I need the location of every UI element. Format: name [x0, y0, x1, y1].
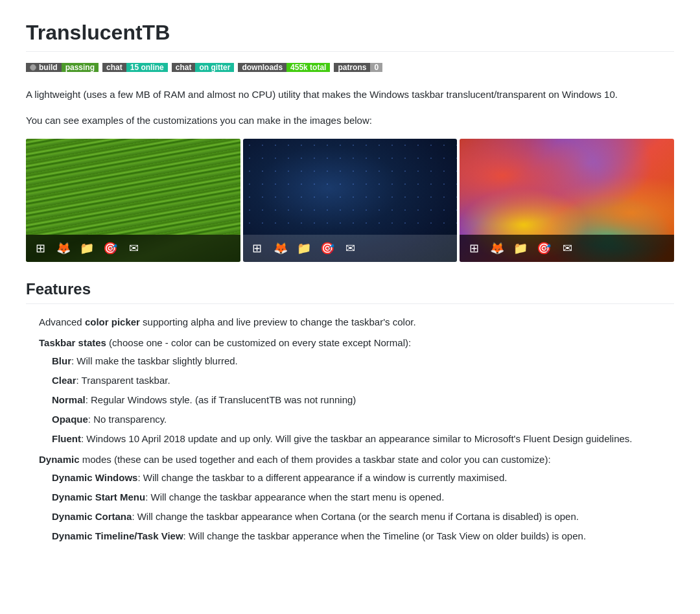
folder-icon-2: 📁 [296, 241, 312, 256]
screenshot-3: ⊞ 🦊 📁 🎯 ✉ [460, 139, 674, 262]
state-clear: Clear: Transparent taskbar. [52, 373, 674, 388]
badge-build-right: passing [62, 63, 99, 72]
page-title: TranslucentTB [26, 21, 674, 52]
win-icon-2: ⊞ [250, 241, 265, 256]
dynamic-timeline: Dynamic Timeline/Task View: Will change … [52, 528, 674, 544]
screenshot-2: ⊞ 🦊 📁 🎯 ✉ [243, 139, 458, 262]
ss1-grass [26, 139, 240, 235]
mail-icon-2: ✉ [343, 241, 358, 256]
feature-dynamic: Dynamic modes (these can be used togethe… [39, 452, 674, 544]
dynamic-start-menu: Dynamic Start Menu: Will change the task… [52, 490, 674, 505]
description-2: You can see examples of the customizatio… [26, 113, 674, 128]
mail-icon-3: ✉ [559, 241, 575, 256]
badge-chat2-left: chat [172, 63, 196, 72]
badge-build[interactable]: build passing [26, 61, 99, 74]
badge-downloads[interactable]: downloads 455k total [238, 61, 330, 74]
badges-row: build passing chat 15 online chat on git… [26, 61, 674, 74]
badge-chat1[interactable]: chat 15 online [102, 61, 168, 74]
feature-taskbar-states: Taskbar states (choose one - color can b… [39, 335, 674, 447]
folder-icon-1: 📁 [79, 241, 95, 256]
folder-icon-3: 📁 [513, 241, 528, 256]
taskbar-states-bold: Taskbar states [39, 337, 106, 348]
state-normal: Normal: Regular Windows style. (as if Tr… [52, 392, 674, 408]
target-icon-1: 🎯 [102, 241, 118, 256]
dynamic-bold: Dynamic [39, 454, 80, 465]
badge-downloads-right: 455k total [286, 63, 330, 72]
description-1: A lightweight (uses a few MB of RAM and … [26, 87, 674, 102]
taskbar-1: ⊞ 🦊 📁 🎯 ✉ [26, 235, 240, 262]
taskbar-2: ⊞ 🦊 📁 🎯 ✉ [243, 235, 458, 262]
target-icon-2: 🎯 [320, 241, 335, 256]
win-icon-1: ⊞ [32, 241, 48, 256]
taskbar-states-list: Blur: Will make the taskbar slightly blu… [52, 353, 674, 447]
dynamic-cortana: Dynamic Cortana: Will change the taskbar… [52, 509, 674, 525]
badge-build-label: build [39, 63, 58, 72]
screenshots-row: ⊞ 🦊 📁 🎯 ✉ ⊞ 🦊 📁 🎯 ✉ ⊞ 🦊 📁 🎯 ✉ [26, 139, 674, 262]
badge-chat1-left: chat [102, 63, 126, 72]
state-blur: Blur: Will make the taskbar slightly blu… [52, 353, 674, 369]
mail-icon-1: ✉ [126, 241, 141, 256]
screenshot-1: ⊞ 🦊 📁 🎯 ✉ [26, 139, 240, 262]
state-fluent: Fluent: Windows 10 April 2018 update and… [52, 431, 674, 447]
features-heading: Features [26, 280, 674, 304]
color-picker-bold: color picker [85, 316, 140, 327]
badge-patrons[interactable]: patrons 0 [334, 61, 382, 74]
dynamic-modes-list: Dynamic Windows: Will change the taskbar… [52, 470, 674, 544]
win-icon-3: ⊞ [466, 241, 482, 256]
ss2-dots [243, 139, 458, 235]
firefox-icon-3: 🦊 [489, 241, 505, 256]
build-circle-icon [30, 64, 36, 71]
badge-downloads-left: downloads [238, 63, 286, 72]
target-icon-3: 🎯 [536, 241, 552, 256]
badge-chat1-right: 15 online [126, 63, 168, 72]
feature-color-picker: Advanced color picker supporting alpha a… [39, 314, 674, 330]
badge-chat2[interactable]: chat on gitter [172, 61, 235, 74]
state-opaque: Opaque: No transparency. [52, 412, 674, 427]
badge-patrons-left: patrons [334, 63, 370, 72]
firefox-icon-2: 🦊 [273, 241, 288, 256]
badge-chat2-right: on gitter [195, 63, 234, 72]
dynamic-windows: Dynamic Windows: Will change the taskbar… [52, 470, 674, 486]
taskbar-3: ⊞ 🦊 📁 🎯 ✉ [460, 235, 674, 262]
badge-patrons-right: 0 [370, 63, 382, 72]
features-list: Advanced color picker supporting alpha a… [39, 314, 674, 544]
badge-build-left: build [26, 63, 62, 72]
firefox-icon-1: 🦊 [56, 241, 71, 256]
